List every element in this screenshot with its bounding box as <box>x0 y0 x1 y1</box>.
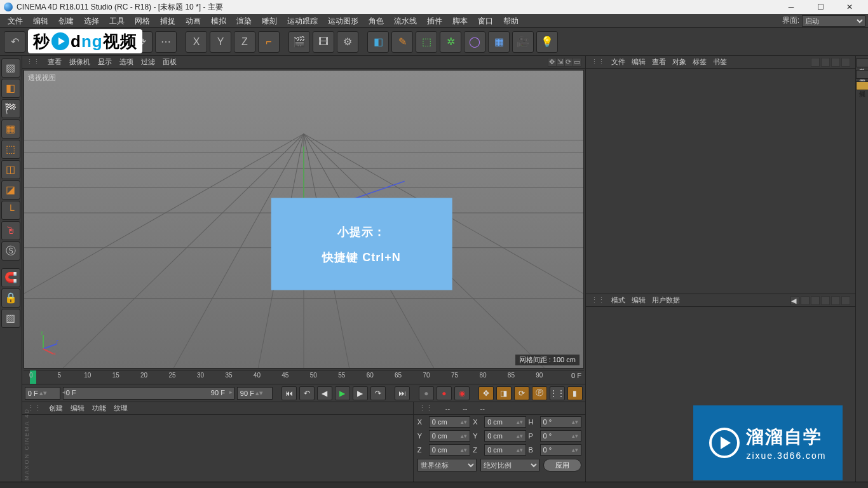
undo-button[interactable]: ↶ <box>4 31 25 53</box>
material-list-area[interactable] <box>22 415 413 482</box>
coord-rot-field[interactable]: 0 °▴▾ <box>540 430 581 442</box>
side-tab-attributes[interactable]: 属性 <box>856 81 869 90</box>
menu-render[interactable]: 渲染 <box>231 14 257 28</box>
range-slider[interactable]: 0 F 90 F ▸ ◂ <box>63 387 234 400</box>
menu-tools[interactable]: 工具 <box>104 14 130 28</box>
lock-z-button[interactable]: Z <box>234 31 255 53</box>
menu-sculpt[interactable]: 雕刻 <box>257 14 282 28</box>
side-tab-content[interactable]: 内容浏览器 <box>856 70 869 79</box>
record-button[interactable]: ● <box>437 386 452 400</box>
attr-new-icon[interactable] <box>831 296 840 305</box>
attr-layout-icon[interactable] <box>841 296 850 305</box>
polygon-mode-button[interactable]: ◪ <box>1 180 20 200</box>
attr-menu-mode[interactable]: 模式 <box>611 295 625 305</box>
mat-menu-edit[interactable]: 编辑 <box>71 403 85 413</box>
array-generator-button[interactable]: ✲ <box>440 31 461 53</box>
obj-layout-icon[interactable] <box>841 58 850 67</box>
coord-pos-field[interactable]: 0 cm▴▾ <box>429 444 470 456</box>
render-pv-button[interactable]: 🎞 <box>313 31 334 53</box>
key-pla-button[interactable]: ⋮⋮ <box>550 386 565 400</box>
menu-edit[interactable]: 编辑 <box>28 14 53 28</box>
window-close-button[interactable]: ✕ <box>835 0 864 14</box>
attr-menu-edit[interactable]: 编辑 <box>632 295 646 305</box>
obj-search-icon[interactable] <box>811 58 820 67</box>
object-tree-area[interactable] <box>586 69 855 294</box>
last-tool-button[interactable]: ⋯ <box>155 31 177 53</box>
lock-x-button[interactable]: X <box>186 31 207 53</box>
menu-animate[interactable]: 动画 <box>180 14 206 28</box>
render-view-button[interactable]: 🎬 <box>288 31 310 53</box>
menu-window[interactable]: 窗口 <box>473 14 498 28</box>
end-frame-field[interactable]: 90 F▴▾ <box>237 387 273 400</box>
menu-create[interactable]: 创建 <box>53 14 79 28</box>
current-frame-field[interactable]: 0 F▴▾ <box>25 387 60 400</box>
key-options-button[interactable]: ▮ <box>567 386 583 400</box>
timeline-ruler[interactable]: 051015202530354045505560657075808590 0 F <box>24 370 584 384</box>
key-position-button[interactable]: ✥ <box>478 386 494 400</box>
vp-menu-display[interactable]: 显示 <box>98 57 112 67</box>
coord-pos-field[interactable]: 0 cm▴▾ <box>429 430 470 442</box>
attr-lock-icon[interactable] <box>821 296 830 305</box>
window-minimize-button[interactable]: ─ <box>776 0 806 14</box>
next-frame-button[interactable]: ▶ <box>353 386 368 400</box>
vp-menu-cameras[interactable]: 摄像机 <box>69 57 90 67</box>
menu-file[interactable]: 文件 <box>3 14 28 28</box>
menu-script[interactable]: 脚本 <box>447 14 473 28</box>
mat-menu-tex[interactable]: 纹理 <box>114 403 128 413</box>
vp-menu-options[interactable]: 选项 <box>119 57 133 67</box>
tweak-mode-button[interactable]: 🖱 <box>1 221 20 240</box>
coord-size-field[interactable]: 0 cm▴▾ <box>484 416 526 428</box>
vp-zoom-icon[interactable]: ⇲ <box>556 58 565 67</box>
vp-menu-filter[interactable]: 过滤 <box>141 57 155 67</box>
autokey-button[interactable]: ◉ <box>454 386 470 400</box>
side-tab-objects[interactable]: 对象 <box>856 58 869 67</box>
menu-motiontrack[interactable]: 运动跟踪 <box>282 14 323 28</box>
key-rotation-button[interactable]: ⟳ <box>514 386 529 400</box>
obj-menu-edit[interactable]: 编辑 <box>632 57 646 67</box>
vp-menu-panel[interactable]: 面板 <box>163 57 177 67</box>
obj-filter-icon[interactable] <box>831 58 840 67</box>
coord-system-dropdown[interactable]: 世界坐标 <box>417 459 477 471</box>
attr-menu-user[interactable]: 用户数据 <box>652 295 680 305</box>
record-off-button[interactable]: ● <box>419 386 434 400</box>
camera-button[interactable]: 🎥 <box>512 31 534 53</box>
prev-frame-button[interactable]: ◀ <box>317 386 332 400</box>
menu-plugins[interactable]: 插件 <box>422 14 447 28</box>
cube-primitive-button[interactable]: ◧ <box>367 31 389 53</box>
coord-size-field[interactable]: 0 cm▴▾ <box>484 444 526 456</box>
point-mode-button[interactable]: ⬚ <box>1 140 20 159</box>
model-mode-button[interactable]: ◧ <box>1 79 20 98</box>
coord-rot-field[interactable]: 0 °▴▾ <box>540 416 581 428</box>
edge-mode-button[interactable]: ◫ <box>1 160 20 179</box>
vp-maximize-icon[interactable]: ▭ <box>573 58 581 67</box>
attr-nav-fwd-icon[interactable] <box>801 296 810 305</box>
light-button[interactable]: 💡 <box>536 31 558 53</box>
key-scale-button[interactable]: ◨ <box>496 386 512 400</box>
perspective-viewport[interactable]: 透视视图 网格间距 : 100 cm y z x 小提示： 快捷键 Ctrl+N <box>24 70 584 369</box>
size-mode-dropdown[interactable]: 绝对比例 <box>480 459 539 471</box>
next-key-button[interactable]: ↷ <box>370 386 386 400</box>
obj-menu-obj[interactable]: 对象 <box>672 57 686 67</box>
pen-spline-button[interactable]: ✎ <box>391 31 413 53</box>
layout-dropdown[interactable]: 启动 <box>802 15 865 27</box>
key-param-button[interactable]: Ⓟ <box>532 386 547 400</box>
attr-search-icon[interactable] <box>811 296 820 305</box>
make-editable-button[interactable]: ▨ <box>1 58 20 78</box>
menu-simulate[interactable]: 模拟 <box>206 14 231 28</box>
planar-workplane-button[interactable]: ▨ <box>1 309 20 328</box>
coord-pos-field[interactable]: 0 cm▴▾ <box>429 416 470 428</box>
menu-character[interactable]: 角色 <box>363 14 389 28</box>
render-settings-button[interactable]: ⚙ <box>337 31 358 53</box>
menu-help[interactable]: 帮助 <box>498 14 524 28</box>
deformer-button[interactable]: ◯ <box>464 31 485 53</box>
vp-orbit-icon[interactable]: ⟳ <box>564 58 573 67</box>
menu-mograph[interactable]: 运动图形 <box>323 14 363 28</box>
prev-key-button[interactable]: ↶ <box>299 386 315 400</box>
axis-mode-button[interactable]: └ <box>1 201 20 220</box>
attr-nav-back-icon[interactable]: ◀ <box>790 296 799 305</box>
lock-y-button[interactable]: Y <box>210 31 231 53</box>
magnet-button[interactable]: 🧲 <box>1 268 20 287</box>
workplane-mode-button[interactable]: ▦ <box>1 119 20 139</box>
vp-menu-view[interactable]: 查看 <box>48 57 62 67</box>
play-button[interactable]: ▶ <box>335 386 350 400</box>
